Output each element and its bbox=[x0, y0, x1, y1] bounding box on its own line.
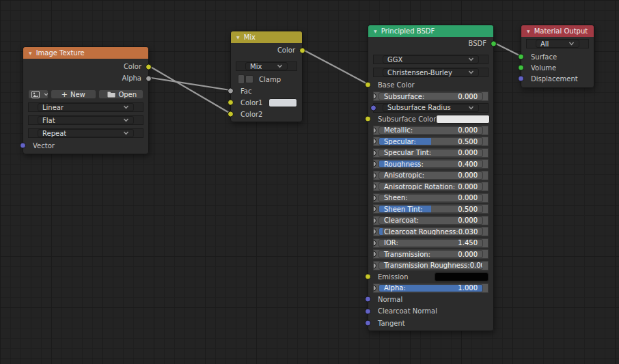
slider-anisotropic-field[interactable]: Anisotropic:0.000 bbox=[379, 171, 483, 180]
open-button-label: Open bbox=[118, 91, 137, 98]
slider-anisotropic-rotation-field[interactable]: Anisotropic Rotation:0.000 bbox=[379, 182, 483, 191]
slider-anisotropic-value: 0.000 bbox=[458, 171, 482, 179]
input-tangent-socket[interactable] bbox=[365, 320, 371, 326]
input-volume-socket[interactable] bbox=[518, 65, 524, 71]
input-emission: Emission bbox=[368, 272, 493, 281]
node-editor-canvas[interactable]: ▼Image TextureColorAlpha+NewOpenLinearFl… bbox=[0, 0, 619, 364]
node-principled-bsdf[interactable]: ▼Principled BSDFBSDFGGXChristensen-Burle… bbox=[368, 25, 494, 331]
dropdown-interpolation-select[interactable]: Linear bbox=[38, 103, 134, 111]
slider-sheen-tint-socket[interactable] bbox=[373, 206, 376, 212]
output-color-socket[interactable] bbox=[299, 47, 305, 53]
collapse-triangle-icon[interactable]: ▼ bbox=[29, 51, 32, 55]
node-link-2[interactable] bbox=[303, 50, 368, 85]
slider-alpha-field[interactable]: Alpha:1.000 bbox=[379, 284, 483, 292]
input-normal: Normal bbox=[368, 294, 493, 305]
slider-clearcoat-roughness-socket[interactable] bbox=[373, 229, 376, 235]
input-volume: Volume bbox=[521, 62, 594, 73]
checkbox-clamp-box[interactable] bbox=[245, 75, 253, 83]
node-link-3[interactable] bbox=[494, 43, 521, 57]
output-color-label: Color bbox=[124, 63, 148, 70]
collapse-triangle-icon[interactable]: ▼ bbox=[236, 36, 240, 40]
slider-sheen-field[interactable]: Sheen:0.000 bbox=[379, 194, 483, 202]
slider-specular-tint-field[interactable]: Specular Tint:0.000 bbox=[379, 149, 483, 157]
image-browser-button[interactable] bbox=[28, 89, 49, 99]
slider-sheen-label: Sheen: bbox=[379, 194, 458, 201]
output-color-socket[interactable] bbox=[146, 64, 152, 70]
input-color2-socket[interactable] bbox=[228, 111, 234, 117]
slider-transmission-socket[interactable] bbox=[373, 251, 376, 257]
output-alpha-label: Alpha bbox=[122, 74, 148, 82]
input-surface-socket[interactable] bbox=[518, 54, 524, 60]
input-vector-socket[interactable] bbox=[20, 143, 26, 149]
slider-clearcoat-roughness-value: 0.030 bbox=[458, 228, 483, 236]
slider-clearcoat-roughness: Clearcoat Roughness:0.030 bbox=[373, 227, 489, 236]
node-link-0[interactable] bbox=[149, 66, 230, 114]
input-subsurface-color-socket[interactable] bbox=[365, 116, 371, 122]
input-color1-color-swatch[interactable] bbox=[269, 98, 297, 107]
slider-clearcoat-field[interactable]: Clearcoat:0.000 bbox=[379, 216, 483, 225]
node-header-principled-bsdf[interactable]: ▼Principled BSDF bbox=[368, 25, 493, 37]
node-header-mix[interactable]: ▼Mix bbox=[231, 31, 302, 43]
slider-specular-tint-socket[interactable] bbox=[373, 150, 376, 156]
dropdown-blend-type: Mix bbox=[236, 61, 297, 71]
dropdown-extension: Repeat bbox=[28, 128, 143, 138]
output-alpha-socket[interactable] bbox=[146, 75, 152, 81]
slider-sheen-socket[interactable] bbox=[373, 195, 376, 201]
node-link-1[interactable] bbox=[149, 78, 230, 91]
dropdown-projection-select[interactable]: Flat bbox=[38, 116, 134, 124]
dropdown-target-select[interactable]: All bbox=[536, 40, 579, 48]
input-subsurface-color-color-swatch[interactable] bbox=[436, 115, 490, 124]
slider-ior-socket[interactable] bbox=[373, 240, 376, 246]
collapse-triangle-icon[interactable]: ▼ bbox=[374, 29, 377, 33]
dropdown-target-value: All bbox=[540, 40, 549, 48]
slider-specular-field[interactable]: Specular:0.500 bbox=[379, 137, 483, 145]
slider-roughness-socket[interactable] bbox=[373, 161, 376, 167]
slider-metallic-label: Metallic: bbox=[379, 126, 458, 134]
input-normal-socket[interactable] bbox=[365, 296, 371, 303]
dropdown-extension-select[interactable]: Repeat bbox=[38, 129, 134, 137]
slider-ior-field[interactable]: IOR:1.450 bbox=[379, 239, 483, 247]
new-button[interactable]: +New bbox=[51, 89, 96, 99]
slider-anisotropic-rotation-value: 0.000 bbox=[458, 183, 482, 191]
node-header-image-texture[interactable]: ▼Image Texture bbox=[23, 47, 148, 59]
input-displacement-socket[interactable] bbox=[518, 76, 524, 82]
node-header-material-output[interactable]: ▼Material Output bbox=[521, 25, 594, 37]
slider-clearcoat-socket[interactable] bbox=[373, 217, 376, 223]
slider-specular-socket[interactable] bbox=[373, 139, 376, 145]
slider-subsurface-field[interactable]: Subsurface:0.000 bbox=[379, 92, 483, 100]
dropdown-subsurface-radius-socket[interactable] bbox=[370, 104, 376, 111]
node-image-texture[interactable]: ▼Image TextureColorAlpha+NewOpenLinearFl… bbox=[23, 46, 149, 154]
output-bsdf-socket[interactable] bbox=[491, 40, 497, 46]
slider-metallic-socket[interactable] bbox=[373, 127, 376, 133]
input-fac-socket[interactable] bbox=[228, 88, 234, 94]
slider-roughness-field[interactable]: Roughness:0.400 bbox=[379, 160, 483, 168]
node-material-output[interactable]: ▼Material OutputAllSurfaceVolumeDisplace… bbox=[521, 25, 594, 88]
slider-transmission-roughness-field[interactable]: Transmission Roughness:0.000 bbox=[379, 262, 483, 270]
open-button[interactable]: Open bbox=[98, 89, 144, 99]
slider-clearcoat-roughness-field[interactable]: Clearcoat Roughness:0.030 bbox=[379, 227, 483, 236]
slider-anisotropic-socket[interactable] bbox=[373, 172, 376, 178]
dropdown-blend-type-select[interactable]: Mix bbox=[245, 62, 288, 70]
node-body-material-output: AllSurfaceVolumeDisplacement bbox=[521, 39, 594, 84]
chevron-down-icon bbox=[123, 131, 129, 135]
dropdown-subsurface-radius-select[interactable]: Subsurface Radius bbox=[383, 104, 479, 112]
input-color1-socket[interactable] bbox=[228, 100, 234, 106]
input-clearcoat-normal-socket[interactable] bbox=[365, 308, 371, 314]
input-base-color-socket[interactable] bbox=[365, 82, 371, 88]
dropdown-extension-value: Repeat bbox=[42, 130, 66, 137]
chevron-down-icon bbox=[468, 57, 474, 61]
input-emission-socket[interactable] bbox=[365, 274, 371, 280]
slider-alpha-socket[interactable] bbox=[373, 285, 376, 291]
input-emission-color-swatch[interactable] bbox=[435, 272, 489, 281]
dropdown-distribution-select[interactable]: GGX bbox=[383, 55, 479, 64]
slider-anisotropic-rotation-socket[interactable] bbox=[373, 184, 376, 190]
slider-sheen-tint-field[interactable]: Sheen Tint:0.500 bbox=[379, 205, 483, 213]
slider-metallic-field[interactable]: Metallic:0.000 bbox=[379, 126, 483, 135]
dropdown-subsurface-method-select[interactable]: Christensen-Burley bbox=[383, 68, 479, 76]
slider-transmission-roughness-socket[interactable] bbox=[373, 262, 376, 268]
dropdown-subsurface-method-value: Christensen-Burley bbox=[387, 69, 452, 76]
slider-transmission-field[interactable]: Transmission:0.000 bbox=[379, 250, 483, 258]
node-mix[interactable]: ▼MixColorMixClampFacColor1Color2 bbox=[230, 31, 303, 122]
slider-subsurface-socket[interactable] bbox=[373, 94, 376, 100]
collapse-triangle-icon[interactable]: ▼ bbox=[527, 29, 530, 33]
